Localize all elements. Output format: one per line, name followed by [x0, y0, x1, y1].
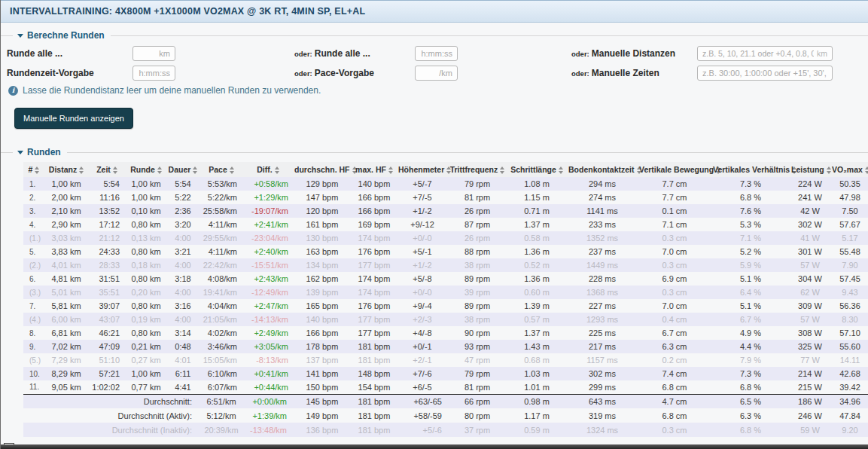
lap-row: (3.)5,01 km35:510,20 km4:0019:41/km-12:4… — [23, 286, 868, 299]
column-header-0[interactable]: # — [23, 162, 44, 177]
runde-alle-km-label: Runde alle ... — [7, 48, 132, 59]
lap-row: 10.8,29 km57:211,00 km6:116:10/km+0:41/k… — [23, 367, 868, 380]
rundenzeit-vorgabe-input[interactable] — [132, 66, 175, 81]
column-header-8[interactable]: max. HF — [352, 162, 397, 177]
rundenzeit-vorgabe-label: Rundenzeit-Vorgabe — [7, 68, 132, 78]
window-title-bar: INTERVALLTRAINING: 4X800M +1X1000M VO2MA… — [1, 0, 868, 23]
lap-row: 3.2,10 km13:520,10 km2:3625:58/km-19:07/… — [23, 204, 868, 218]
lap-row: (5.)7,29 km51:100,27 km4:0115:05/km-8:13… — [23, 353, 868, 367]
sort-icon[interactable] — [827, 166, 831, 174]
km-unit-suffix: km — [817, 49, 827, 58]
divider — [111, 35, 868, 36]
column-header-10[interactable]: Trittfrequenz — [448, 162, 507, 177]
summary-row: Durchschnitt:6:51/km+0:00/km145 bpm181 b… — [23, 394, 868, 408]
column-header-3[interactable]: Runde — [126, 162, 166, 177]
lap-row: (1.)3,03 km21:120,13 km4:0029:55/km-23:0… — [23, 231, 868, 245]
runde-alle-km-input[interactable] — [132, 46, 175, 61]
berechne-runden-toggle[interactable]: Berechne Runden — [13, 30, 106, 41]
summary-row: Durchschnitt (Aktiv):5:12/km+1:39/km149 … — [23, 408, 868, 423]
sort-icon[interactable] — [193, 166, 197, 174]
sort-icon[interactable] — [865, 166, 868, 174]
manuelle-distanzen-label: oder:Manuelle Distanzen — [571, 48, 697, 59]
form-row-2: Rundenzeit-Vorgabe oder:Pace-Vorgabe ode… — [7, 65, 862, 81]
pace-vorgabe-label: oder:Pace-Vorgabe — [294, 68, 415, 78]
summary-label: Durchschnitt: — [23, 394, 199, 408]
lap-number: 1. — [23, 177, 44, 191]
lap-row: 11.9,05 km1:02:020,77 km4:416:07/km+0:44… — [23, 380, 868, 394]
page-title: INTERVALLTRAINING: 4X800M +1X1000M VO2MA… — [10, 6, 365, 17]
sort-icon[interactable] — [113, 166, 117, 174]
lap-number: 4. — [23, 218, 44, 231]
column-header-12[interactable]: Bodenkontaktzeit — [567, 162, 638, 177]
lap-number: 2. — [23, 191, 44, 204]
collapse-arrow-icon — [17, 151, 23, 154]
lap-row: 5.3,83 km24:330,80 km3:214:11/km+2:40/km… — [23, 245, 868, 258]
info-note: i Lasse die Rundendistanz leer um deine … — [8, 85, 862, 96]
divider — [1, 152, 13, 153]
section-runden: Runden — [1, 147, 868, 157]
lap-row: 4.2,90 km17:120,80 km3:204:11/km+2:41/km… — [23, 218, 868, 231]
column-header-16[interactable]: VO₂max — [830, 162, 868, 177]
column-header-5[interactable]: Pace — [199, 162, 243, 177]
summary-label: Durchschnitt (Aktiv): — [23, 408, 199, 423]
column-header-15[interactable]: Leistung — [790, 162, 830, 177]
manuelle-distanzen-input[interactable]: z.B. 5, 10, 21.1 oder +0.4, 0.8, 0.4 km — [697, 46, 833, 61]
column-header-1[interactable]: Distanz — [44, 162, 88, 177]
lap-number: (2.) — [23, 258, 44, 272]
manuelle-zeiten-label: oder:Manuelle Zeiten — [571, 68, 697, 78]
column-header-14[interactable]: Vertikales Verhältnis — [711, 162, 790, 177]
berechne-runden-legend: Berechne Runden — [27, 30, 105, 41]
sort-icon[interactable] — [157, 166, 162, 174]
lap-number: 8. — [23, 326, 44, 340]
sort-icon[interactable] — [500, 166, 504, 174]
sort-icon[interactable] — [79, 166, 84, 174]
lap-row: 7.5,81 km39:070,80 km3:164:04/km+2:47/km… — [23, 299, 868, 313]
sort-icon[interactable] — [35, 166, 39, 174]
lap-number: (5.) — [23, 353, 44, 367]
summary-label: Durchschnitt (Inaktiv): — [23, 423, 199, 437]
sort-icon[interactable] — [388, 166, 393, 174]
window-bottom-edge — [1, 444, 868, 449]
pace-vorgabe-input[interactable] — [415, 66, 458, 81]
lap-number: 7. — [23, 299, 44, 313]
lap-number: 10. — [23, 367, 44, 380]
divider — [67, 152, 868, 153]
lap-row: 8.6,81 km46:210,80 km3:144:02/km+2:49/km… — [23, 326, 868, 340]
lap-row: 2.2,00 km11:161,00 km5:225:22/km+1:29/km… — [23, 191, 868, 204]
manuelle-runden-anzeigen-button[interactable]: Manuelle Runden anzeigen — [14, 108, 133, 129]
lap-number: (3.) — [23, 286, 44, 299]
lap-row: 6.4,81 km31:510,80 km3:184:08/km+2:43/km… — [23, 272, 868, 286]
sort-icon[interactable] — [230, 166, 234, 174]
collapse-arrow-icon — [17, 34, 23, 38]
column-header-7[interactable]: durchschn. HF — [293, 162, 352, 177]
laps-table: #DistanzZeitRundeDauerPaceDiff.durchschn… — [23, 162, 868, 437]
lap-row: 9.7,02 km47:090,21 km0:483:46/km+3:05/km… — [23, 340, 868, 353]
lap-row: (4.)6,00 km43:070,19 km4:0021:05/km-14:1… — [23, 313, 868, 326]
column-header-11[interactable]: Schrittlänge — [507, 162, 567, 177]
sort-icon[interactable] — [275, 166, 279, 174]
lap-number: 5. — [23, 245, 44, 258]
info-icon: i — [8, 86, 18, 96]
runde-alle-zeit-label: oder:Runde alle ... — [294, 48, 415, 59]
runde-alle-zeit-input[interactable] — [415, 46, 458, 61]
berechne-runden-form: Runde alle ... oder:Runde alle ... oder:… — [1, 45, 868, 129]
runden-legend: Runden — [27, 147, 61, 157]
sort-icon[interactable] — [559, 166, 563, 174]
lap-number: 11. — [23, 380, 44, 394]
runden-toggle[interactable]: Runden — [13, 147, 62, 157]
divider — [1, 35, 13, 36]
manuelle-zeiten-input[interactable] — [697, 66, 833, 81]
column-header-2[interactable]: Zeit — [88, 162, 126, 177]
lap-number: 6. — [23, 272, 44, 286]
lap-number: (4.) — [23, 313, 44, 326]
lap-number: (1.) — [23, 231, 44, 245]
summary-row: Durchschnitt (Inaktiv):20:39/km-13:48/km… — [23, 423, 868, 437]
column-header-9[interactable]: Höhenmeter — [397, 162, 448, 177]
column-header-13[interactable]: Vertikale Bewegung — [638, 162, 711, 177]
lap-row: (2.)4,01 km28:330,18 km4:0022:42/km-15:5… — [23, 258, 868, 272]
lap-number: 9. — [23, 340, 44, 353]
column-header-4[interactable]: Dauer — [166, 162, 199, 177]
column-header-6[interactable]: Diff. — [243, 162, 293, 177]
lap-number: 3. — [23, 204, 44, 218]
form-row-1: Runde alle ... oder:Runde alle ... oder:… — [7, 45, 862, 61]
